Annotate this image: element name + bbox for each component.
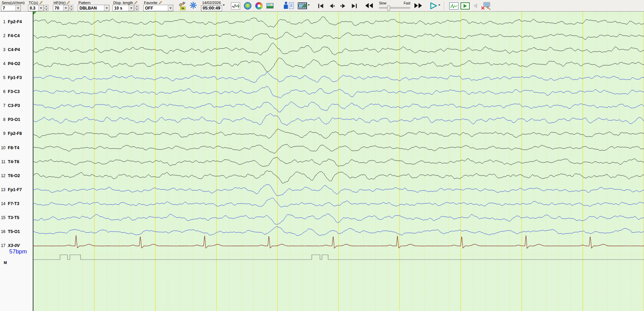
notch-filter-button[interactable]: 50 — [179, 1, 187, 10]
waveform-review-button[interactable] — [231, 2, 240, 10]
hf-dropdown-icon[interactable] — [63, 5, 68, 11]
hf-select[interactable]: 70 — [53, 5, 69, 11]
hf-spin-down[interactable] — [69, 8, 73, 12]
waveform-icon — [232, 3, 240, 9]
channel-number: 13 — [0, 187, 5, 192]
speed-slider-thumb[interactable] — [387, 5, 390, 11]
channel-row-F8-T4[interactable]: 10F8-T4 — [0, 145, 33, 151]
tc-select[interactable]: 0.3 — [28, 5, 44, 11]
eeg-trace-canvas[interactable] — [33, 12, 644, 311]
tc-spin-up[interactable] — [44, 5, 48, 8]
channel-row-Fp1-F3[interactable]: 5Fp1-F3 — [0, 75, 33, 81]
green-play-icon — [463, 4, 468, 8]
favorite-control: Favorite OFF — [143, 0, 173, 11]
spectrum-button[interactable] — [255, 2, 263, 10]
video-dropdown[interactable] — [308, 6, 310, 12]
speed-slider-track[interactable] — [379, 7, 410, 9]
channel-label: T6-O2 — [8, 173, 20, 178]
channel-number: 2 — [0, 33, 5, 38]
skip-to-start-button[interactable] — [318, 3, 324, 10]
favorite-dropdown-icon[interactable] — [168, 5, 173, 11]
channel-row-X3-0V[interactable]: 17X3-0V — [0, 243, 33, 249]
edit-pencil-icon[interactable] — [67, 1, 70, 4]
play-button[interactable] — [429, 2, 438, 11]
marker-channel-label: M — [4, 261, 7, 265]
channel-row-T6-O2[interactable]: 12T6-O2 — [0, 173, 33, 179]
disp-dropdown-icon[interactable] — [129, 5, 134, 11]
page-back-button[interactable] — [329, 3, 335, 10]
sens-select[interactable]: 7 — [1, 5, 21, 11]
disp-spin-down[interactable] — [134, 8, 139, 12]
play-dropdown[interactable] — [438, 6, 440, 12]
channel-label: Fp1-F7 — [8, 187, 22, 192]
channel-label: F4-C4 — [8, 33, 20, 38]
time-value: 05:00:49 — [201, 5, 222, 11]
channel-row-P4-O2[interactable]: 4P4-O2 — [0, 61, 33, 67]
video-button[interactable] — [298, 2, 307, 9]
disp-select[interactable]: 10 s — [113, 5, 134, 11]
tc-spin-down[interactable] — [44, 8, 48, 12]
edit-pencil-icon[interactable] — [39, 1, 43, 4]
patient-chart-icon — [289, 2, 294, 9]
hf-spin-up[interactable] — [69, 5, 73, 8]
filter-pencil-icon — [179, 1, 186, 6]
channel-number: 11 — [0, 159, 5, 164]
sens-dropdown-icon[interactable] — [15, 5, 20, 11]
film-strip-icon — [299, 4, 306, 7]
channel-row-Fp2-F8[interactable]: 9Fp2-F8 — [0, 131, 33, 137]
network-settings-button[interactable] — [481, 2, 491, 12]
notch-50hz-badge: 50 — [180, 6, 186, 10]
sens-label: Sens(uV/mm) — [1, 0, 24, 5]
edit-pencil-icon[interactable] — [134, 1, 138, 4]
tc-value: 0.3 — [28, 6, 36, 11]
toolbar-separator — [444, 1, 444, 11]
channel-row-C4-P4[interactable]: 3C4-P4 — [0, 47, 33, 53]
tc-spinner — [44, 5, 48, 11]
channel-row-F3-C3[interactable]: 6F3-C3 — [0, 89, 33, 95]
main-content: M 1Fp2-F42F4-C43C4-P44P4-O25Fp1-F36F3-C3… — [0, 12, 644, 311]
favorite-label: Favorite — [143, 0, 173, 5]
channel-label: C3-P3 — [8, 103, 20, 108]
channel-row-F4-C4[interactable]: 2F4-C4 — [0, 33, 33, 39]
settings-gear-button[interactable] — [190, 2, 197, 9]
channel-row-Fp1-F7[interactable]: 13Fp1-F7 — [0, 187, 33, 193]
channel-row-T3-T5[interactable]: 15T3-T5 — [0, 215, 33, 221]
fast-forward-button[interactable] — [414, 3, 423, 10]
favorite-select[interactable]: OFF — [143, 5, 173, 11]
channel-row-F7-T3[interactable]: 14F7-T3 — [0, 201, 33, 207]
channel-label: T3-T5 — [8, 215, 19, 220]
channel-row-Fp2-F4[interactable]: 1Fp2-F4 — [0, 19, 33, 25]
patient-info-button[interactable] — [284, 2, 294, 9]
disp-spin-up[interactable] — [134, 5, 139, 8]
dsa-display-button[interactable] — [266, 3, 274, 9]
channel-label: P3-O1 — [8, 117, 20, 122]
channel-number: 3 — [0, 47, 5, 52]
channel-row-T5-O1[interactable]: 16T5-O1 — [0, 229, 33, 235]
monitor-waveform-button[interactable] — [449, 2, 458, 10]
channel-label: Fp2-F8 — [8, 131, 22, 136]
datetime-dropdown[interactable] — [223, 6, 225, 12]
step-forward-icon — [340, 3, 346, 9]
pattern-dropdown-icon[interactable] — [104, 5, 109, 11]
tc-dropdown-icon[interactable] — [38, 5, 43, 11]
rewind-button[interactable] — [365, 3, 374, 10]
pattern-select[interactable]: DBLBAN — [78, 5, 109, 11]
channel-number: 8 — [0, 117, 5, 122]
start-monitoring-button[interactable] — [460, 2, 470, 10]
channel-row-T4-T6[interactable]: 11T4-T6 — [0, 159, 33, 165]
channel-row-C3-P3[interactable]: 7C3-P3 — [0, 103, 33, 109]
hf-label: HF(Hz) — [53, 0, 73, 5]
channel-row-P3-O1[interactable]: 8P3-O1 — [0, 117, 33, 123]
page-forward-button[interactable] — [340, 3, 346, 10]
channel-number: 6 — [0, 89, 5, 94]
skip-to-end-button[interactable] — [351, 3, 357, 10]
channel-number: 4 — [0, 61, 5, 66]
topography-map-button[interactable] — [244, 2, 251, 10]
channel-label: C4-P4 — [8, 47, 20, 52]
fast-label: Fast — [404, 1, 410, 5]
slow-label: Slow — [379, 1, 386, 5]
hf-spinner — [69, 5, 73, 11]
channel-label: Fp2-F4 — [8, 19, 22, 24]
edit-pencil-icon[interactable] — [159, 1, 162, 4]
trace-area[interactable] — [33, 12, 644, 311]
